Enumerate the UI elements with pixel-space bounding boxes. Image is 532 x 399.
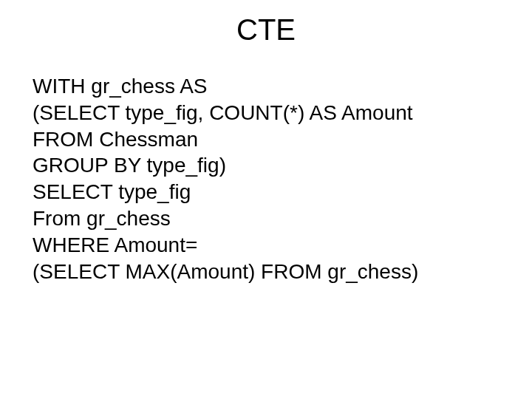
code-line: WHERE Amount=: [33, 232, 502, 259]
code-line: FROM Chessman: [33, 126, 502, 153]
code-line: From gr_chess: [33, 205, 502, 232]
code-line: WITH gr_chess AS: [33, 73, 502, 100]
code-line: (SELECT MAX(Amount) FROM gr_chess): [33, 259, 502, 285]
code-line: GROUP BY type_fig): [33, 152, 502, 179]
sql-code-block: WITH gr_chess AS (SELECT type_fig, COUNT…: [30, 73, 502, 285]
slide-title: CTE: [30, 13, 502, 47]
code-line: (SELECT type_fig, COUNT(*) AS Amount: [33, 100, 502, 126]
slide-container: CTE WITH gr_chess AS (SELECT type_fig, C…: [0, 0, 532, 399]
code-line: SELECT type_fig: [33, 179, 502, 205]
